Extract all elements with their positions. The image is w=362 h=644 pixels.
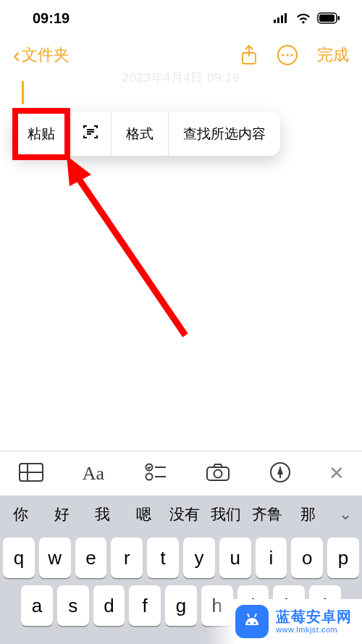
candidate[interactable]: 好 xyxy=(41,504,83,524)
toolbar-table[interactable] xyxy=(0,463,62,485)
key-w[interactable]: w xyxy=(39,538,71,578)
back-label: 文件夹 xyxy=(22,44,70,66)
key-u[interactable]: u xyxy=(219,538,251,578)
svg-line-28 xyxy=(255,614,256,617)
wifi-icon xyxy=(295,12,311,24)
key-a[interactable]: a xyxy=(21,585,53,626)
key-e[interactable]: e xyxy=(75,538,107,578)
key-o[interactable]: o xyxy=(291,538,323,578)
key-r[interactable]: r xyxy=(111,538,143,578)
nav-right: 完成 xyxy=(240,44,349,66)
popover-scan[interactable] xyxy=(70,112,111,156)
keyboard-row-1: q w e r t y u i o p xyxy=(3,538,359,578)
svg-marker-13 xyxy=(67,156,91,186)
battery-icon xyxy=(317,12,340,24)
key-p[interactable]: p xyxy=(327,538,359,578)
camera-icon xyxy=(206,463,230,485)
key-g[interactable]: g xyxy=(165,585,197,626)
candidate[interactable]: 我 xyxy=(83,504,124,524)
key-t[interactable]: t xyxy=(147,538,179,578)
textstyle-icon: Aa xyxy=(83,463,104,485)
svg-rect-0 xyxy=(274,20,276,23)
key-i[interactable]: i xyxy=(256,538,287,578)
chevron-down-icon: ⌄ xyxy=(339,505,352,524)
candidate[interactable]: 我们 xyxy=(206,504,247,524)
popover-format[interactable]: 格式 xyxy=(111,112,169,156)
svg-point-25 xyxy=(248,622,250,624)
key-d[interactable]: d xyxy=(93,585,125,626)
scan-text-icon xyxy=(82,123,99,144)
note-timestamp: 2023年4月4日 09:19 xyxy=(0,70,362,86)
back-button[interactable]: ‹ 文件夹 xyxy=(13,44,70,66)
svg-point-10 xyxy=(286,54,288,56)
toolbar-markup[interactable] xyxy=(249,461,311,486)
key-s[interactable]: s xyxy=(57,585,89,626)
more-icon[interactable] xyxy=(277,44,298,66)
key-f[interactable]: f xyxy=(129,585,161,626)
svg-rect-5 xyxy=(319,14,334,22)
toolbar-textstyle[interactable]: Aa xyxy=(62,463,125,485)
ime-candidate-row: 你 好 我 嗯 没有 我们 齐鲁 那 ⌄ xyxy=(0,495,362,533)
popover-paste[interactable]: 粘贴 xyxy=(13,112,70,156)
candidate[interactable]: 没有 xyxy=(164,504,206,524)
table-icon xyxy=(19,463,43,485)
status-right xyxy=(274,12,340,24)
watermark: 蓝莓安卓网 www.lmkjst.com xyxy=(206,599,362,644)
svg-point-22 xyxy=(214,469,222,477)
status-time: 09:19 xyxy=(33,10,70,27)
text-caret xyxy=(22,81,24,104)
popover-find[interactable]: 查找所选内容 xyxy=(169,112,280,156)
svg-point-26 xyxy=(253,622,256,624)
share-icon[interactable] xyxy=(240,44,258,66)
svg-rect-1 xyxy=(277,17,279,23)
close-icon: ✕ xyxy=(329,462,345,485)
watermark-url: www.lmkjst.com xyxy=(276,625,352,635)
chevron-left-icon: ‹ xyxy=(13,44,20,66)
candidate[interactable]: 你 xyxy=(0,504,41,524)
candidate[interactable]: 那 xyxy=(287,504,329,524)
annotation-arrow xyxy=(41,149,200,344)
key-q[interactable]: q xyxy=(3,538,35,578)
status-bar: 09:19 xyxy=(0,0,362,36)
key-y[interactable]: y xyxy=(183,538,215,578)
candidate[interactable]: 嗯 xyxy=(123,504,164,524)
nav-bar: ‹ 文件夹 完成 xyxy=(0,36,362,74)
svg-rect-3 xyxy=(285,13,287,23)
toolbar-checklist[interactable] xyxy=(125,463,187,485)
svg-line-27 xyxy=(248,614,249,617)
checklist-icon xyxy=(145,463,167,485)
watermark-logo-icon xyxy=(235,605,269,638)
notes-format-toolbar: Aa ✕ xyxy=(0,451,362,495)
svg-point-11 xyxy=(290,54,292,56)
cellular-signal-icon xyxy=(274,13,290,23)
svg-rect-6 xyxy=(338,16,340,20)
toolbar-camera[interactable] xyxy=(187,463,249,485)
edit-popover: 粘贴 格式 查找所选内容 xyxy=(13,112,280,156)
svg-point-9 xyxy=(282,54,284,56)
done-button[interactable]: 完成 xyxy=(317,44,349,66)
watermark-title: 蓝莓安卓网 xyxy=(276,609,352,625)
svg-point-19 xyxy=(146,473,153,480)
toolbar-close[interactable]: ✕ xyxy=(311,462,362,485)
candidate[interactable]: 齐鲁 xyxy=(247,504,288,524)
watermark-text: 蓝莓安卓网 www.lmkjst.com xyxy=(276,609,352,635)
markup-icon xyxy=(269,461,291,486)
svg-line-12 xyxy=(71,167,185,335)
candidate-expand[interactable]: ⌄ xyxy=(329,505,362,524)
svg-rect-2 xyxy=(281,15,283,23)
